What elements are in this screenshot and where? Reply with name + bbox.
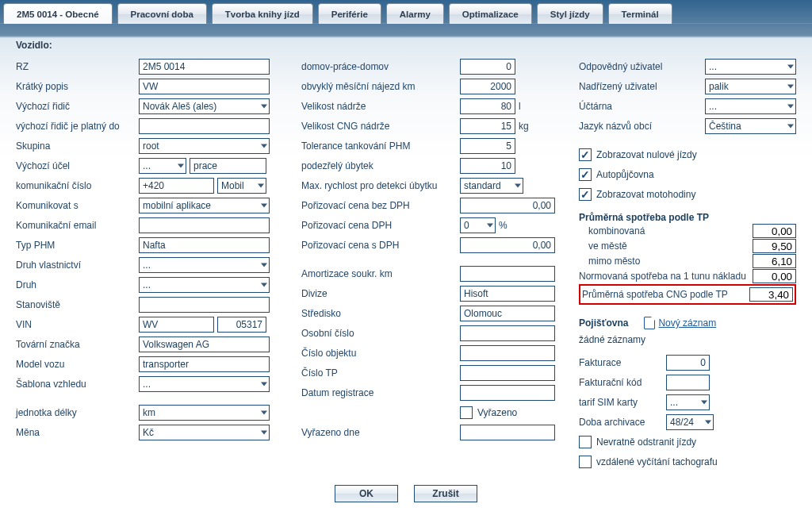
- cenas-input[interactable]: [460, 237, 555, 253]
- platnydo-label: výchozí řidič je platný do: [16, 121, 139, 132]
- typphm-input[interactable]: [139, 237, 270, 253]
- cancel-button[interactable]: Zrušit: [414, 485, 477, 502]
- cislotp-label: Číslo TP: [301, 367, 460, 379]
- ucel-select[interactable]: ...: [139, 158, 186, 174]
- typphm-label: Typ PHM: [16, 240, 139, 251]
- rz-input[interactable]: [139, 59, 270, 75]
- komcislo-type-select[interactable]: Mobil: [217, 178, 266, 194]
- mimo-input[interactable]: [753, 254, 796, 268]
- cng-input[interactable]: [460, 118, 515, 134]
- tab-optimalizace[interactable]: Optimalizace: [449, 3, 532, 24]
- nevratne-checkbox[interactable]: [579, 436, 592, 448]
- model-input[interactable]: [139, 356, 270, 372]
- druh-select[interactable]: ...: [139, 277, 270, 293]
- vzdalene-label: vzdálené vyčítání tachografu: [596, 456, 718, 467]
- datum-label: Datum registrace: [301, 387, 460, 398]
- ubytek-input[interactable]: [460, 158, 515, 174]
- cenabez-input[interactable]: [460, 198, 555, 213]
- uctarna-label: Účtárna: [579, 101, 705, 112]
- stanoviste-input[interactable]: [139, 297, 270, 313]
- tab-styl-jizdy[interactable]: Styl jízdy: [537, 3, 603, 24]
- nadrz-input[interactable]: [460, 98, 515, 114]
- tolerance-input[interactable]: [460, 138, 515, 154]
- nadrizeny-select[interactable]: palik: [705, 79, 796, 94]
- nevratne-label: Nevratně odstranit jízdy: [596, 436, 696, 448]
- ubytek-label: podezřelý úbytek: [301, 160, 460, 171]
- odpovedny-select[interactable]: ...: [705, 59, 796, 75]
- zadne-zaznamy: žádné záznamy: [579, 334, 796, 345]
- vyrazenodne-label: Vyřazeno dne: [301, 427, 460, 438]
- znacka-input[interactable]: [139, 336, 270, 352]
- jednotka-select[interactable]: km: [139, 405, 270, 421]
- tab-pracovni-doba[interactable]: Pracovní doba: [117, 3, 207, 24]
- druhvlast-select[interactable]: ...: [139, 257, 270, 273]
- kratky-label: Krátký popis: [16, 81, 139, 92]
- vychozi-ridic-select[interactable]: Novák Aleš (ales): [139, 98, 270, 114]
- mesto-label: ve městě: [579, 240, 753, 252]
- document-icon: [644, 317, 655, 329]
- cenadph-select[interactable]: 0: [460, 217, 496, 233]
- platnydo-input[interactable]: [139, 118, 270, 134]
- tarif-select[interactable]: ...: [666, 394, 710, 410]
- sablona-select[interactable]: ...: [139, 376, 270, 392]
- rz-label: RZ: [16, 61, 139, 72]
- nulove-checkbox[interactable]: [579, 148, 592, 161]
- komemail-input[interactable]: [139, 217, 270, 233]
- amortizace-input[interactable]: [460, 266, 555, 282]
- jazyk-select[interactable]: Čeština: [705, 118, 796, 134]
- tab-periferie[interactable]: Periférie: [318, 3, 381, 24]
- cng-label: Velikost CNG nádrže: [301, 121, 460, 132]
- komcislo-input[interactable]: [139, 178, 214, 194]
- tab-obecne[interactable]: 2M5 0014 - Obecné: [3, 3, 113, 24]
- maxrychlost-select[interactable]: standard: [460, 178, 523, 194]
- domov-input[interactable]: [460, 59, 515, 75]
- jazyk-label: Jazyk názvů obcí: [579, 121, 705, 132]
- druh-label: Druh: [16, 279, 139, 290]
- vin-right-input[interactable]: [217, 317, 266, 333]
- stredisko-label: Středisko: [301, 308, 460, 319]
- tab-terminal[interactable]: Terminál: [608, 3, 672, 24]
- skupina-select[interactable]: root: [139, 138, 270, 154]
- komb-input[interactable]: [753, 224, 796, 238]
- motohodiny-checkbox[interactable]: [579, 188, 592, 201]
- vin-left-input[interactable]: [139, 317, 214, 333]
- oscislo-input[interactable]: [460, 325, 555, 341]
- cenas-label: Pořizovací cena s DPH: [301, 240, 460, 251]
- norm-input[interactable]: [753, 269, 796, 283]
- cng-consume-input[interactable]: [749, 287, 793, 302]
- nadrz-label: Velikost nádrže: [301, 101, 460, 112]
- nadrz-unit: l: [519, 101, 521, 112]
- domov-label: domov-práce-domov: [301, 61, 460, 72]
- fakturace-input[interactable]: [666, 355, 710, 371]
- vyrazeno-checkbox[interactable]: [460, 406, 473, 419]
- cisloobj-input[interactable]: [460, 345, 555, 361]
- odpovedny-label: Odpovědný uživatel: [579, 61, 705, 72]
- mesto-input[interactable]: [753, 239, 796, 253]
- vyrazenodne-input[interactable]: [460, 425, 555, 440]
- oscislo-label: Osobní číslo: [301, 328, 460, 339]
- najezd-input[interactable]: [460, 79, 515, 94]
- tab-alarmy[interactable]: Alarmy: [386, 3, 444, 24]
- komunikovat-select[interactable]: mobilní aplikace: [139, 198, 270, 213]
- faktkod-input[interactable]: [666, 375, 710, 390]
- column-middle: domov-práce-domov obvyklý měsíční nájezd…: [301, 56, 563, 473]
- archivace-label: Doba archivace: [579, 417, 666, 428]
- mena-select[interactable]: Kč: [139, 425, 270, 440]
- tab-tvorba-knihy[interactable]: Tvorba knihy jízd: [212, 3, 313, 24]
- ucel-input[interactable]: [190, 158, 266, 174]
- uctarna-select[interactable]: ...: [705, 98, 796, 114]
- stredisko-input[interactable]: [460, 306, 555, 321]
- divize-input[interactable]: [460, 286, 555, 302]
- cislotp-input[interactable]: [460, 365, 555, 381]
- skupina-label: Skupina: [16, 140, 139, 152]
- vyrazeno-chk-label: Vyřazeno: [477, 407, 517, 418]
- kratky-input[interactable]: [139, 79, 270, 94]
- datum-input[interactable]: [460, 385, 555, 401]
- tab-bar: 2M5 0014 - Obecné Pracovní doba Tvorba k…: [0, 0, 812, 24]
- vzdalene-checkbox[interactable]: [579, 456, 592, 468]
- ok-button[interactable]: OK: [335, 485, 398, 502]
- cng-unit: kg: [519, 121, 529, 132]
- novy-zaznam-link[interactable]: Nový záznam: [658, 317, 716, 329]
- autopujcovna-checkbox[interactable]: [579, 168, 592, 181]
- archivace-select[interactable]: 48/24: [666, 414, 714, 430]
